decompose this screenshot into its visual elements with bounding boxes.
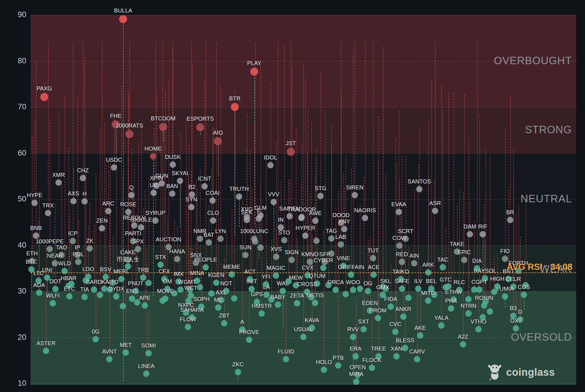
token-dot-ZEN[interactable] <box>99 225 105 231</box>
token-dot-SXT[interactable] <box>360 326 367 332</box>
token-dot-KGEN[interactable] <box>213 280 219 286</box>
token-dot-BAT[interactable] <box>206 239 212 246</box>
token-dot-SUN[interactable] <box>242 252 249 258</box>
token-dot-TRUTH[interactable] <box>236 193 242 200</box>
token-dot-RIF[interactable] <box>480 231 486 237</box>
token-dot-TIA[interactable] <box>81 294 88 300</box>
token-dot[interactable] <box>405 295 412 301</box>
token-dot-ZKC[interactable] <box>235 369 241 375</box>
token-dot-MITO[interactable] <box>425 298 431 304</box>
token-dot-USDC[interactable] <box>111 164 117 171</box>
token-dot-PAXG[interactable] <box>40 93 48 101</box>
token-dot[interactable] <box>313 238 320 244</box>
token-dot-WAL[interactable] <box>280 288 286 294</box>
token-dot-STX[interactable] <box>157 262 164 268</box>
token-dot-Q[interactable] <box>128 192 135 198</box>
token-dot[interactable] <box>252 239 258 245</box>
token-dot-BAN[interactable] <box>169 191 175 197</box>
token-dot-SAFE[interactable] <box>399 286 405 292</box>
token-dot-DUSK[interactable] <box>170 161 176 168</box>
token-dot-SYN[interactable] <box>188 204 195 210</box>
token-dot-YALA[interactable] <box>438 322 444 329</box>
token-dot-A2Z[interactable] <box>460 341 466 347</box>
token-dot-STO[interactable] <box>281 237 287 243</box>
token-dot-FLUID[interactable] <box>283 356 289 362</box>
token-dot[interactable] <box>231 295 237 302</box>
token-dot-PHA[interactable] <box>448 305 454 312</box>
token-dot-OXT[interactable] <box>513 325 519 332</box>
token-dot-XAN[interactable] <box>393 353 400 359</box>
token-dot-MERL[interactable] <box>118 276 125 282</box>
token-dot[interactable] <box>465 296 472 302</box>
token-dot-AWE[interactable] <box>312 218 318 224</box>
token-dot-W[interactable] <box>177 286 184 293</box>
token-dot-ESPORTS[interactable] <box>196 123 204 131</box>
token-dot-ME[interactable] <box>215 304 221 311</box>
token-dot-AVNT[interactable] <box>106 356 113 362</box>
token-dot-XMR[interactable] <box>55 179 62 186</box>
token-dot-ZK[interactable] <box>87 245 93 252</box>
token-dot-HOLO[interactable] <box>321 367 327 373</box>
token-dot-FIDA[interactable] <box>388 304 394 310</box>
token-dot-ICNT[interactable] <box>201 183 208 189</box>
token-dot[interactable] <box>471 286 477 293</box>
token-dot-ETC[interactable] <box>66 293 73 300</box>
token-dot-AXS[interactable] <box>70 198 77 204</box>
token-dot-BTCDOM[interactable] <box>159 123 167 131</box>
token-dot-BNB[interactable] <box>33 233 39 239</box>
token-dot-GIGGLE[interactable] <box>138 224 144 231</box>
token-dot-SAPIEN[interactable] <box>287 213 293 219</box>
token-dot[interactable] <box>101 286 107 292</box>
token-dot-SOMI[interactable] <box>145 350 152 356</box>
token-dot-ILV[interactable] <box>415 286 421 292</box>
token-dot-CHZ[interactable] <box>80 175 86 181</box>
token-dot-ANKR[interactable] <box>400 314 406 320</box>
token-dot-1000PEPE[interactable] <box>47 246 53 252</box>
token-dot-METIS[interactable] <box>312 300 318 306</box>
token-dot-BULLA[interactable] <box>119 15 127 23</box>
token-dot-PROM[interactable] <box>375 315 381 321</box>
token-dot-ASTER[interactable] <box>43 348 49 354</box>
token-dot-NMR[interactable] <box>197 236 203 242</box>
token-dot-MEME[interactable] <box>229 271 235 278</box>
token-dot-COAI[interactable] <box>209 197 216 204</box>
token-dot-IDOL[interactable] <box>267 162 274 168</box>
token-dot[interactable] <box>159 298 166 304</box>
token-dot-SIREN[interactable] <box>352 192 358 198</box>
token-dot-CARV[interactable] <box>414 356 420 362</box>
token-dot-DYDX[interactable] <box>113 293 119 300</box>
token-dot-BARD[interactable] <box>91 286 97 293</box>
token-dot-FIO[interactable] <box>502 256 508 262</box>
token-dot-BR[interactable] <box>507 217 513 223</box>
token-dot-PROVE[interactable] <box>246 337 252 343</box>
token-dot-VTHO[interactable] <box>475 326 482 332</box>
token-dot-LA[interactable] <box>263 292 270 298</box>
token-dot-CYBER[interactable] <box>320 265 326 271</box>
token-dot-NEAR[interactable] <box>52 260 58 266</box>
token-dot-SYRUP[interactable] <box>152 217 159 224</box>
token-dot-DAM[interactable] <box>467 231 473 237</box>
token-dot-AIO[interactable] <box>214 137 222 145</box>
token-dot-HYPE[interactable] <box>31 200 38 206</box>
token-dot[interactable] <box>197 284 203 290</box>
token-dot-TRX[interactable] <box>45 210 51 216</box>
token-dot-VVV[interactable] <box>271 199 277 205</box>
token-dot-XVS[interactable] <box>273 254 279 260</box>
token-dot[interactable] <box>342 291 349 297</box>
token-dot-PLAY[interactable] <box>250 68 258 76</box>
token-dot-LUMIA[interactable] <box>502 293 508 300</box>
token-dot-LYN[interactable] <box>217 236 224 242</box>
token-dot[interactable] <box>257 245 264 251</box>
token-dot-HOME[interactable] <box>150 153 156 159</box>
token-dot-LAB[interactable] <box>338 241 344 248</box>
token-dot-BLESS[interactable] <box>402 345 408 351</box>
token-dot-TRB[interactable] <box>140 274 146 281</box>
token-dot-HYPER[interactable] <box>302 233 308 239</box>
token-dot-BTR[interactable] <box>231 103 239 111</box>
token-dot-ZBT[interactable] <box>221 320 227 326</box>
token-dot-SPX[interactable] <box>135 246 141 252</box>
token-dot-HMSTR[interactable] <box>259 310 265 317</box>
token-dot-UB[interactable] <box>151 190 157 196</box>
token-dot-STG[interactable] <box>317 193 324 199</box>
token-dot-COS[interactable] <box>521 292 527 298</box>
